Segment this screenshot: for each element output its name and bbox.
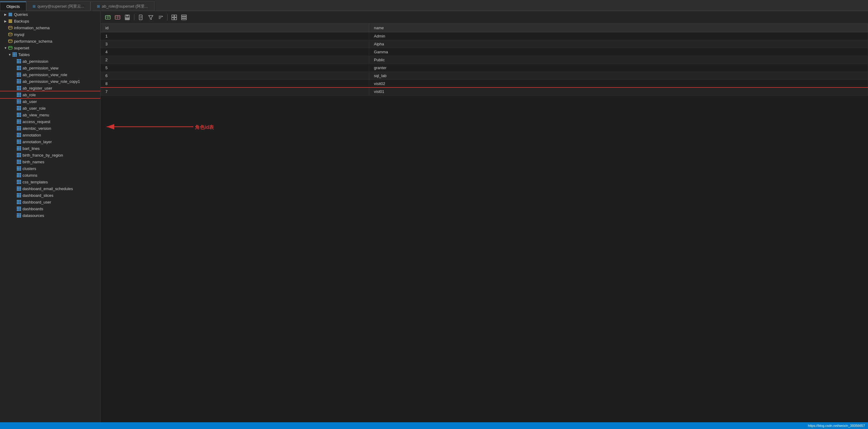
cell-name: Alpha [369, 40, 868, 48]
svg-rect-118 [17, 133, 18, 134]
sort-button[interactable] [156, 13, 165, 22]
grid2-button[interactable] [180, 13, 188, 22]
sidebar-item-ab-pvr-copy1[interactable]: ab_permission_view_role_copy1 [0, 78, 100, 85]
cell-id: 5 [100, 64, 369, 72]
sidebar-item-ab-permission[interactable]: ab_permission [0, 58, 100, 65]
sidebar-item-access-request[interactable]: access_request [0, 118, 100, 125]
file-icon [138, 14, 144, 20]
svg-rect-258 [182, 15, 186, 16]
save-button[interactable] [123, 13, 131, 22]
filter-button[interactable] [147, 13, 155, 22]
tables-label: Tables [18, 53, 30, 57]
sidebar-item-ab-register-user[interactable]: ab_register_user [0, 85, 100, 91]
svg-rect-82 [17, 106, 18, 107]
sidebar-item-css-templates[interactable]: css_templates [0, 179, 100, 185]
svg-rect-35 [18, 69, 20, 70]
sidebar-item-backups[interactable]: Backups [0, 18, 100, 24]
svg-rect-64 [17, 93, 18, 94]
table-row[interactable]: 5granter [100, 64, 868, 72]
svg-rect-221 [18, 208, 20, 209]
css-templates-label: css_templates [23, 180, 48, 184]
svg-rect-112 [17, 128, 18, 129]
svg-rect-84 [20, 106, 21, 107]
sidebar-item-superset[interactable]: superset [0, 44, 100, 51]
svg-rect-195 [20, 188, 21, 189]
svg-rect-206 [18, 196, 20, 197]
svg-rect-197 [18, 189, 20, 191]
svg-rect-54 [20, 82, 21, 84]
svg-rect-228 [20, 213, 21, 214]
toolbar-sep-2 [167, 14, 167, 21]
delete-row-button[interactable]: - [113, 13, 122, 22]
sidebar-item-clusters[interactable]: clusters [0, 165, 100, 172]
sidebar-item-information-schema[interactable]: information_schema [0, 24, 100, 31]
alembic-version-icon [17, 126, 21, 131]
svg-rect-1 [8, 14, 12, 15]
svg-rect-109 [17, 126, 18, 127]
svg-rect-53 [18, 82, 20, 84]
svg-rect-181 [17, 180, 18, 181]
svg-rect-187 [17, 183, 18, 184]
file-button[interactable] [137, 13, 145, 22]
table-row[interactable]: 2Public [100, 56, 868, 64]
table-row[interactable]: 4Gamma [100, 48, 868, 56]
css-templates-icon [17, 180, 21, 184]
sidebar-item-dashboards[interactable]: dashboards [0, 205, 100, 212]
sidebar-item-ab-perm-view-role[interactable]: ab_permission_view_role [0, 71, 100, 78]
svg-rect-232 [17, 216, 18, 218]
sidebar-item-columns[interactable]: columns [0, 172, 100, 179]
svg-rect-47 [18, 79, 20, 81]
table-row[interactable]: 1Admin [100, 32, 868, 40]
sidebar: Queries Backups information_schema [0, 11, 100, 422]
sidebar-item-annotation-layer[interactable]: annotation_layer [0, 138, 100, 145]
sidebar-item-dashboard-user[interactable]: dashboard_user [0, 198, 100, 205]
table-row[interactable]: 6sql_lab [100, 72, 868, 80]
table-row[interactable]: 7vist01 [100, 88, 868, 96]
sidebar-item-ab-permission-view[interactable]: ab_permission_view [0, 65, 100, 71]
sidebar-item-birth-france[interactable]: birth_france_by_region [0, 152, 100, 158]
tab-abrole[interactable]: ⊞ ab_role@superset (阿里... [90, 2, 154, 11]
sidebar-item-bart-lines[interactable]: bart_lines [0, 145, 100, 152]
sidebar-item-ab-user[interactable]: ab_user [0, 98, 100, 105]
sidebar-item-dashboard-slices[interactable]: dashboard_slices [0, 192, 100, 198]
add-row-button[interactable]: + [103, 13, 112, 22]
svg-rect-219 [20, 207, 21, 208]
tab-objects[interactable]: Objects [0, 2, 26, 11]
cell-id: 4 [100, 48, 369, 56]
data-table-container[interactable]: id name 1Admin3Alpha4Gamma2Public5grante… [100, 24, 868, 96]
svg-rect-19 [17, 59, 18, 60]
access-request-icon [17, 119, 21, 124]
svg-rect-203 [18, 195, 20, 196]
table-row[interactable]: 8visit02 [100, 80, 868, 88]
sidebar-item-annotation[interactable]: annotation [0, 132, 100, 138]
sidebar-item-queries[interactable]: Queries [0, 11, 100, 18]
sidebar-item-alembic-version[interactable]: alembic_version [0, 125, 100, 132]
sidebar-item-mysql[interactable]: mysql [0, 31, 100, 38]
svg-rect-155 [18, 160, 20, 161]
grid1-button[interactable] [170, 13, 179, 22]
svg-rect-211 [17, 202, 18, 203]
svg-rect-61 [17, 89, 18, 90]
svg-rect-225 [20, 210, 21, 211]
table-row[interactable]: 3Alpha [100, 40, 868, 48]
sidebar-item-datasources[interactable]: datasources [0, 212, 100, 219]
sidebar-item-dashboard-email[interactable]: dashboard_email_schedules [0, 185, 100, 192]
sidebar-item-ab-user-role[interactable]: ab_user_role [0, 105, 100, 112]
sidebar-item-birth-names[interactable]: birth_names [0, 158, 100, 165]
svg-rect-96 [20, 114, 21, 116]
annotation-label: annotation [23, 133, 41, 137]
sidebar-item-performance-schema[interactable]: performance_schema [0, 38, 100, 44]
sidebar-item-ab-view-menu[interactable]: ab_view_menu [0, 112, 100, 118]
svg-rect-72 [20, 96, 21, 97]
backups-label: Backups [14, 19, 29, 24]
svg-rect-94 [17, 114, 18, 116]
svg-rect-224 [18, 210, 20, 211]
tab-query[interactable]: ⊞ query@superset (阿里云... [26, 2, 90, 11]
svg-rect-55 [17, 86, 18, 87]
svg-rect-104 [18, 121, 20, 122]
sidebar-item-ab-role[interactable]: ab_role [0, 91, 100, 98]
svg-rect-131 [18, 141, 20, 142]
sidebar-item-tables[interactable]: Tables [0, 51, 100, 58]
svg-rect-160 [17, 163, 18, 164]
cell-name: sql_lab [369, 72, 868, 80]
